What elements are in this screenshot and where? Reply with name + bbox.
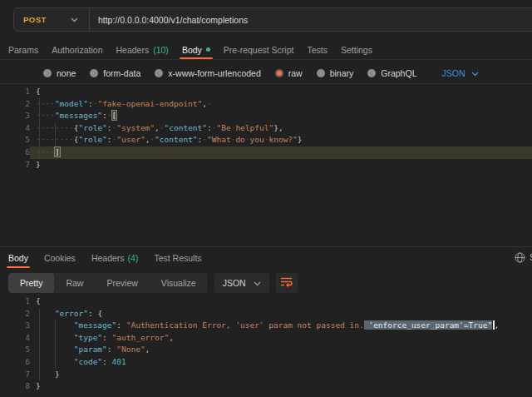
code-token: "param" <box>74 345 107 354</box>
code-token: , <box>145 345 150 354</box>
code-line[interactable]: 4········{"role":·"system",·"content":·"… <box>0 122 532 135</box>
code-text: ····"model":·"fake-openai-endpoint",· <box>30 98 532 111</box>
mode-binary[interactable]: binary <box>317 68 354 78</box>
code-token: "error" <box>55 309 88 318</box>
code-line[interactable]: 7} <box>0 159 532 171</box>
code-token: "user" <box>116 135 145 144</box>
radio-selected-icon <box>275 69 283 77</box>
mode-raw[interactable]: raw <box>275 68 303 78</box>
line-number: 2 <box>0 98 30 111</box>
line-number: 3 <box>0 110 30 122</box>
line-number: 6 <box>0 356 30 369</box>
line-number: 1 <box>0 86 30 98</box>
code-text: ····"messages":·[ <box>30 110 532 122</box>
code-token: 'enforce_user_param'=True" <box>364 320 492 330</box>
tab-tests[interactable]: Tests <box>307 40 328 59</box>
wrap-text-button[interactable] <box>276 273 298 293</box>
code-token: "What <box>207 135 231 144</box>
code-line[interactable]: 5 "param": "None", <box>0 344 532 356</box>
code-text: "message": "Authentication Error, 'user'… <box>30 320 532 332</box>
code-token: { <box>36 296 41 305</box>
code-text: } <box>30 380 532 393</box>
code-text: "param": "None", <box>30 344 532 356</box>
code-line[interactable]: 7 } <box>0 369 532 381</box>
request-url-bar: POST http://0.0.0.0:4000/v1/chat/complet… <box>13 7 532 32</box>
tab-params[interactable]: Params <box>8 40 38 59</box>
mode-graphql[interactable]: GraphQL <box>367 68 416 78</box>
response-toolbar: Pretty Raw Preview Visualize JSON <box>8 273 298 293</box>
response-headers-count: (4) <box>128 253 139 263</box>
code-line[interactable]: 6····] <box>0 146 532 159</box>
response-tabs: Body Cookies Headers(4) Test Results S <box>0 248 532 268</box>
line-number: 7 <box>0 369 30 381</box>
code-token: know?" <box>268 135 297 144</box>
code-line[interactable]: 1{ <box>0 295 532 308</box>
view-pretty[interactable]: Pretty <box>8 273 54 293</box>
code-token: you <box>250 135 264 144</box>
code-line[interactable]: 5········{"role":·"user",·"content":·"Wh… <box>0 134 532 146</box>
tab-body[interactable]: Body <box>182 40 210 59</box>
code-token: "role" <box>79 123 107 132</box>
code-token: }, <box>273 123 283 132</box>
unsaved-dot-icon <box>206 47 210 52</box>
view-preview[interactable]: Preview <box>95 273 149 293</box>
code-line[interactable]: 2 "error": { <box>0 308 532 320</box>
code-token: do <box>235 135 244 144</box>
code-line[interactable]: 3····"messages":·[ <box>0 110 532 122</box>
indent-guide <box>55 122 56 146</box>
radio-icon <box>90 69 98 77</box>
code-token: { <box>97 309 102 318</box>
line-number: 2 <box>0 308 30 320</box>
code-token: "auth_error" <box>112 333 170 342</box>
response-tab-headers[interactable]: Headers(4) <box>91 248 139 268</box>
url-input[interactable]: http://0.0.0.0:4000/v1/chat/completions <box>98 15 248 25</box>
code-token: } <box>55 370 60 379</box>
postman-window: POST http://0.0.0.0:4000/v1/chat/complet… <box>0 0 532 397</box>
line-number: 1 <box>0 295 30 308</box>
view-raw[interactable]: Raw <box>54 273 95 293</box>
response-tab-cookies[interactable]: Cookies <box>44 248 76 268</box>
code-token: "message" <box>74 320 116 330</box>
code-token: ] <box>55 147 60 156</box>
response-view-switcher: Pretty Raw Preview Visualize <box>8 273 208 293</box>
code-line[interactable]: 4 "type": "auth_error", <box>0 332 532 345</box>
code-line[interactable]: 1{ <box>0 86 532 98</box>
tab-headers[interactable]: Headers(10) <box>116 40 168 59</box>
line-number: 4 <box>0 122 30 135</box>
mode-x-www-form-urlencoded[interactable]: x-www-form-urlencoded <box>155 68 260 78</box>
radio-icon <box>43 69 52 77</box>
line-number: 4 <box>0 332 30 345</box>
tab-pre-request-script[interactable]: Pre-request Script <box>224 40 294 59</box>
view-visualize[interactable]: Visualize <box>150 273 208 293</box>
globe-icon[interactable] <box>515 252 525 263</box>
mode-none[interactable]: none <box>43 68 76 78</box>
code-line[interactable]: 2····"model":·"fake-openai-endpoint",· <box>0 98 532 111</box>
code-line[interactable]: 6 "code": 401 <box>0 356 532 369</box>
method-selector[interactable]: POST <box>14 15 78 24</box>
code-token: · <box>107 111 112 120</box>
code-token: "Be <box>216 123 230 132</box>
response-tab-test-results[interactable]: Test Results <box>154 248 201 268</box>
code-token: · <box>207 99 212 108</box>
radio-icon <box>317 69 325 77</box>
divider <box>0 59 532 60</box>
code-token: , <box>495 320 500 330</box>
code-line[interactable]: 8} <box>0 380 532 393</box>
chevron-down-icon <box>254 278 261 288</box>
radio-icon <box>155 69 163 77</box>
response-body-viewer[interactable]: 1{2 "error": {3 "message": "Authenticati… <box>0 295 532 393</box>
code-text: } <box>30 159 532 171</box>
code-token: , <box>169 333 174 342</box>
line-number: 5 <box>0 344 30 356</box>
request-body-editor[interactable]: 1{2····"model":·"fake-openai-endpoint",·… <box>0 86 532 171</box>
indent-guide <box>55 320 56 368</box>
mode-form-data[interactable]: form-data <box>90 68 140 78</box>
tab-settings[interactable]: Settings <box>341 40 372 59</box>
raw-type-selector[interactable]: JSON <box>441 68 478 78</box>
response-tab-body[interactable]: Body <box>8 248 28 268</box>
response-type-selector[interactable]: JSON <box>214 273 269 293</box>
tab-authorization[interactable]: Authorization <box>52 40 102 59</box>
code-line[interactable]: 3 "message": "Authentication Error, 'use… <box>0 320 532 332</box>
code-token: { <box>36 87 41 96</box>
line-number: 6 <box>0 146 30 159</box>
